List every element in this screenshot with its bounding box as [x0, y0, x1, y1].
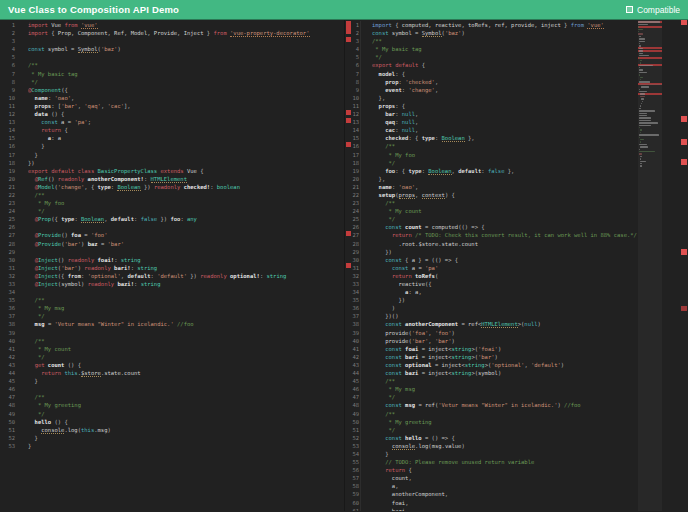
code-line[interactable]: }, [372, 94, 637, 102]
code-line[interactable]: model: { [372, 70, 637, 78]
code-line[interactable]: // TODO: Please remove unused return var… [372, 458, 637, 466]
code-line[interactable]: @Model('change', { type: Boolean }) read… [28, 183, 336, 191]
code-line[interactable]: import { Prop, Component, Ref, Model, Pr… [28, 29, 336, 37]
code-line[interactable]: /** [28, 61, 336, 69]
code-line[interactable]: .root.$store.state.count [372, 240, 637, 248]
code-line[interactable]: const a = 'pa'; [28, 118, 336, 126]
code-line[interactable]: const a = 'pa' [372, 264, 637, 272]
code-line[interactable]: a: a [28, 134, 336, 142]
source-editor[interactable]: 1234567891011121314151617181920212223242… [0, 20, 344, 511]
code-line[interactable]: anotherComponent, [372, 490, 637, 498]
code-line[interactable]: const bazi = inject<string>(symbol) [372, 369, 637, 377]
code-line[interactable]: */ [28, 353, 336, 361]
code-line[interactable]: */ [372, 159, 637, 167]
code-line[interactable]: const symbol = Symbol('baz') [28, 45, 336, 53]
code-line[interactable]: */ [372, 426, 637, 434]
code-line[interactable]: data () { [28, 110, 336, 118]
code-line[interactable]: * My foo [28, 199, 336, 207]
code-line[interactable]: } [28, 142, 336, 150]
code-line[interactable]: */ [28, 207, 336, 215]
code-line[interactable]: @Provide('bar') baz = 'bar' [28, 240, 336, 248]
code-line[interactable]: } [28, 442, 336, 450]
code-line[interactable]: a, [372, 482, 637, 490]
code-line[interactable]: /** [28, 296, 336, 304]
code-line[interactable]: } [372, 450, 637, 458]
code-line[interactable]: event: 'change', [372, 86, 637, 94]
code-line[interactable]: @Provide() foa = 'foo' [28, 231, 336, 239]
code-line[interactable]: * My count [372, 207, 637, 215]
code-line[interactable]: */ [372, 215, 637, 223]
code-line[interactable]: /** [372, 199, 637, 207]
code-line[interactable]: const symbol = Symbol('baz') [372, 29, 637, 37]
code-line[interactable] [28, 288, 336, 296]
code-line[interactable]: return { [372, 466, 637, 474]
code-line[interactable] [28, 37, 336, 45]
code-line[interactable]: count, [372, 474, 637, 482]
code-line[interactable]: /** [28, 191, 336, 199]
code-line[interactable]: const msg = ref('Vetur means "Winter" in… [372, 401, 637, 409]
code-line[interactable]: }) [372, 296, 637, 304]
code-line[interactable]: const anotherComponent = ref<HTMLElement… [372, 320, 637, 328]
code-line[interactable]: * My basic tag [28, 70, 336, 78]
code-line[interactable]: const optional = inject<string>('optiona… [372, 361, 637, 369]
code-line[interactable]: }) [372, 248, 637, 256]
code-line[interactable]: const hello = () => { [372, 434, 637, 442]
code-line[interactable]: foai, [372, 499, 637, 507]
code-line[interactable]: name: 'oao', [372, 183, 637, 191]
code-line[interactable]: provide('foa', 'foo') [372, 329, 637, 337]
code-line[interactable]: return { [28, 126, 336, 134]
compatible-checkbox[interactable] [626, 6, 633, 13]
code-line[interactable]: const foai = inject<string>('foai') [372, 345, 637, 353]
code-line[interactable]: @Inject('bar') readonly bari!: string [28, 264, 336, 272]
code-line[interactable]: provide('bar', 'bar') [372, 337, 637, 345]
code-line[interactable]: /** [372, 377, 637, 385]
code-line[interactable]: /** [372, 37, 637, 45]
code-line[interactable]: */ [372, 53, 637, 61]
code-line[interactable]: */ [28, 312, 336, 320]
code-line[interactable] [28, 53, 336, 61]
code-line[interactable]: msg = 'Vetur means "Winter" in icelandic… [28, 320, 336, 328]
code-line[interactable]: @Prop({ type: Boolean, default: false })… [28, 215, 336, 223]
code-line[interactable]: const { a } = (() => { [372, 256, 637, 264]
code-line[interactable] [28, 248, 336, 256]
code-line[interactable]: ) [372, 304, 637, 312]
code-line[interactable]: import Vue from 'vue' [28, 21, 336, 29]
code-line[interactable]: const bari = inject<string>('bar') [372, 353, 637, 361]
code-line[interactable]: } [28, 434, 336, 442]
code-line[interactable]: } [28, 151, 336, 159]
code-line[interactable]: } [28, 377, 336, 385]
code-line[interactable]: }) [28, 159, 336, 167]
code-line[interactable]: /** [28, 393, 336, 401]
code-line[interactable]: name: 'oao', [28, 94, 336, 102]
source-code[interactable]: import Vue from 'vue'import { Prop, Comp… [28, 21, 336, 450]
code-line[interactable]: /** [372, 142, 637, 150]
code-line[interactable]: props: ['bar', 'qaq', 'cac'], [28, 102, 336, 110]
code-line[interactable]: return toRefs( [372, 272, 637, 280]
result-editor[interactable]: 1234567891011121314151617181920212223242… [344, 20, 688, 511]
code-line[interactable]: */ [28, 410, 336, 418]
code-line[interactable]: * My msg [372, 385, 637, 393]
compatible-toggle[interactable]: Compatible [626, 5, 680, 15]
minimap[interactable] [638, 20, 662, 511]
code-line[interactable]: props: { [372, 102, 637, 110]
code-line[interactable]: @Component({ [28, 86, 336, 94]
code-line[interactable]: console.log(this.msg) [28, 426, 336, 434]
code-line[interactable]: get count () { [28, 361, 336, 369]
code-line[interactable]: /** [28, 337, 336, 345]
code-line[interactable]: return /* TODO: Check this convert resul… [372, 231, 637, 239]
code-line[interactable]: prop: 'checked', [372, 78, 637, 86]
code-line[interactable]: import { computed, reactive, toRefs, ref… [372, 21, 637, 29]
code-line[interactable]: */ [28, 78, 336, 86]
code-line[interactable]: @Ref() readonly anotherComponent!: HTMLE… [28, 175, 336, 183]
code-line[interactable]: setup(props, context) { [372, 191, 637, 199]
code-line[interactable]: checked: { type: Boolean }, [372, 134, 637, 142]
code-line[interactable]: hello () { [28, 418, 336, 426]
code-line[interactable]: })() [372, 312, 637, 320]
code-line[interactable]: * My basic tag [372, 45, 637, 53]
code-line[interactable]: @Inject({ from: 'optional', default: 'de… [28, 272, 336, 280]
code-line[interactable]: * My msg [28, 304, 336, 312]
code-line[interactable]: bari, [372, 507, 637, 511]
code-line[interactable]: */ [372, 393, 637, 401]
code-line[interactable]: const count = computed(() => { [372, 223, 637, 231]
code-line[interactable]: @Inject(symbol) readonly bazi!: string [28, 280, 336, 288]
